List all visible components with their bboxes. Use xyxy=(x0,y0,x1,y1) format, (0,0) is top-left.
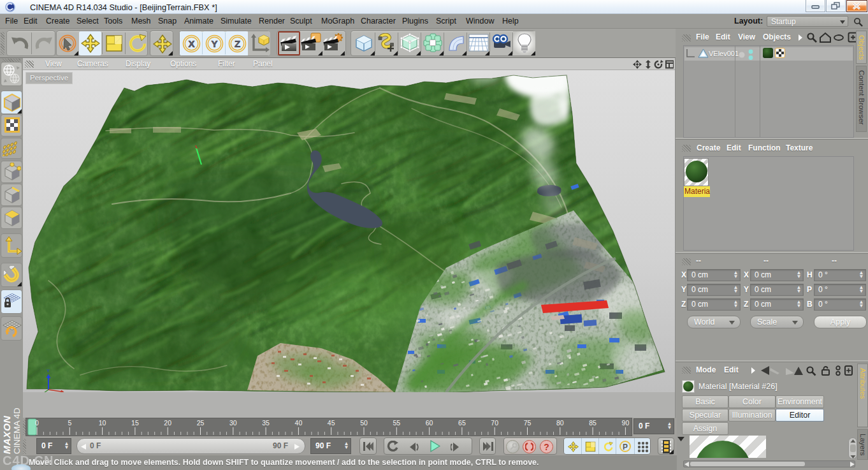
svg-text:80: 80 xyxy=(556,419,564,427)
svg-text:5: 5 xyxy=(68,419,71,427)
svg-text:20: 20 xyxy=(164,419,171,427)
svg-text:25: 25 xyxy=(197,419,205,427)
svg-text:65: 65 xyxy=(458,419,466,427)
svg-text:70: 70 xyxy=(491,419,498,427)
svg-text:55: 55 xyxy=(393,419,400,427)
svg-text:85: 85 xyxy=(589,419,597,427)
svg-text:30: 30 xyxy=(229,419,237,427)
svg-text:X: X xyxy=(188,38,194,49)
svg-text:40: 40 xyxy=(295,419,303,427)
svg-text:90: 90 xyxy=(622,419,630,427)
svg-text:60: 60 xyxy=(426,419,433,427)
svg-text:Z: Z xyxy=(235,38,240,49)
svg-text:Y: Y xyxy=(47,369,50,373)
svg-text:15: 15 xyxy=(131,419,139,427)
svg-text:50: 50 xyxy=(360,419,368,427)
svg-text:75: 75 xyxy=(524,419,532,427)
svg-text:0: 0 xyxy=(35,419,39,427)
svg-text:Y: Y xyxy=(211,38,217,49)
svg-text:10: 10 xyxy=(99,419,106,427)
svg-text:45: 45 xyxy=(328,419,335,427)
svg-text:35: 35 xyxy=(262,419,270,427)
